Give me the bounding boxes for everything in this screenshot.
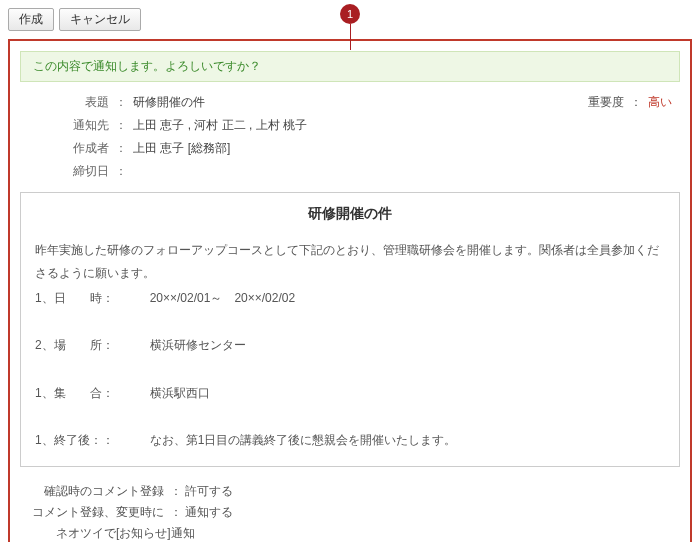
comment-change-value: 通知する bbox=[185, 504, 233, 521]
confirm-comment-label: 確認時のコメント登録 bbox=[20, 483, 170, 500]
author-label: 作成者 bbox=[20, 140, 115, 157]
content-title: 研修開催の件 bbox=[35, 205, 665, 223]
confirm-message: この内容で通知します。よろしいですか？ bbox=[20, 51, 680, 82]
author-value: 上田 恵子 [総務部] bbox=[133, 140, 680, 157]
cancel-button-top[interactable]: キャンセル bbox=[59, 8, 141, 31]
recipients-value: 上田 恵子 , 河村 正二 , 上村 桃子 bbox=[133, 117, 680, 134]
content-line-4: 1、終了後：： なお、第1日目の講義終了後に懇親会を開催いたします。 bbox=[35, 429, 665, 452]
content-line-2: 2、場 所： 横浜研修センター bbox=[35, 334, 665, 357]
priority-label: 重要度 bbox=[588, 94, 624, 111]
content-line-3: 1、集 合： 横浜駅西口 bbox=[35, 382, 665, 405]
create-button-top[interactable]: 作成 bbox=[8, 8, 54, 31]
content-body: 昨年実施した研修のフォローアップコースとして下記のとおり、管理職研修会を開催しま… bbox=[35, 239, 665, 452]
subject-value: 研修開催の件 bbox=[133, 94, 588, 111]
content-box: 研修開催の件 昨年実施した研修のフォローアップコースとして下記のとおり、管理職研… bbox=[20, 192, 680, 467]
settings-section: 確認時のコメント登録 ： 許可する コメント登録、変更時に ： 通知する ネオツ… bbox=[20, 483, 680, 542]
confirm-comment-value: 許可する bbox=[185, 483, 233, 500]
main-panel: この内容で通知します。よろしいですか？ 表題 ： 研修開催の件 重要度 ： 高い… bbox=[8, 39, 692, 542]
deadline-label: 締切日 bbox=[20, 163, 115, 180]
subject-label: 表題 bbox=[20, 94, 115, 111]
comment-change-label: コメント登録、変更時に bbox=[20, 504, 170, 521]
content-intro: 昨年実施した研修のフォローアップコースとして下記のとおり、管理職研修会を開催しま… bbox=[35, 239, 665, 285]
priority-value: 高い bbox=[648, 94, 672, 111]
annotation-line bbox=[350, 24, 351, 50]
meta-table: 表題 ： 研修開催の件 重要度 ： 高い 通知先 ： 上田 恵子 , 河村 正二… bbox=[20, 94, 680, 180]
content-line-1: 1、日 時： 20××/02/01～ 20××/02/02 bbox=[35, 287, 665, 310]
recipients-label: 通知先 bbox=[20, 117, 115, 134]
neotwi-notify: ネオツイで[お知らせ]通知 bbox=[20, 525, 680, 542]
annotation-badge: 1 bbox=[340, 4, 360, 24]
